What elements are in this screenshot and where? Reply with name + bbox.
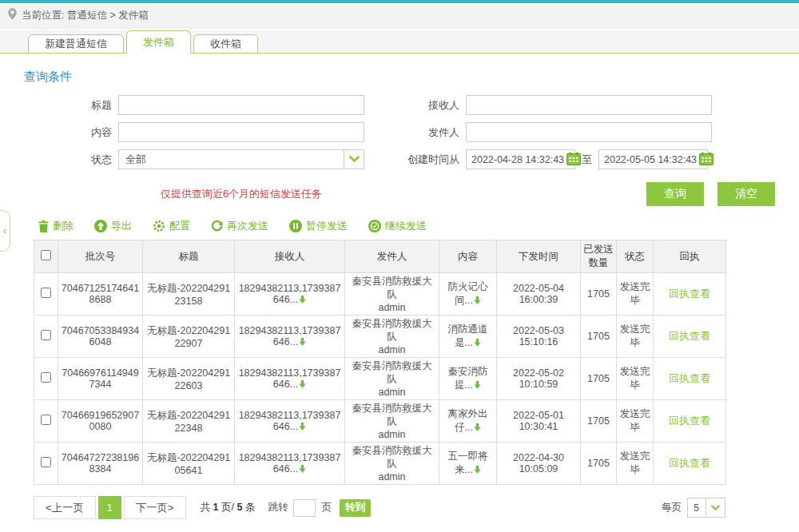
cell-receipt: 回执查看: [654, 400, 726, 443]
expand-down-icon[interactable]: [474, 423, 481, 434]
cell-sent-count: 1705: [581, 400, 617, 443]
status-label: 状态: [24, 153, 118, 167]
sender-input[interactable]: [466, 122, 712, 142]
cell-receiver: 18294382113,1739387646...: [235, 358, 345, 400]
pause-send-button[interactable]: 暂停发送: [289, 219, 348, 233]
row-checkbox[interactable]: [41, 415, 51, 425]
per-page-value: 5: [688, 502, 706, 514]
cell-content: 防火记心间...: [439, 273, 497, 316]
calendar-icon[interactable]: [699, 152, 714, 168]
per-page-select[interactable]: 5: [687, 498, 725, 518]
location-pin-icon: [8, 8, 17, 22]
cell-title: 无标题-20220429105641: [143, 443, 235, 485]
header-checkbox-cell: [34, 240, 58, 273]
row-checkbox-cell: [34, 358, 58, 400]
receipt-view-link[interactable]: 回执查看: [669, 330, 710, 342]
row-checkbox-cell: [34, 273, 58, 316]
cell-sent-count: 1705: [581, 316, 617, 358]
expand-down-icon[interactable]: [474, 380, 481, 391]
query-form: 标题 接收人 内容 发件人 状态 全部 创建时间从 2022-04-28 14:…: [24, 95, 775, 169]
jump-label: 跳转: [268, 501, 288, 514]
cell-send-time: 2022-04-30 10:05:09: [497, 443, 581, 485]
tab-new-sms[interactable]: 新建普通短信: [28, 34, 124, 54]
search-button[interactable]: 查询: [646, 182, 704, 206]
receipt-view-link[interactable]: 回执查看: [669, 415, 710, 427]
row-checkbox[interactable]: [41, 457, 51, 467]
cell-sent-count: 1705: [581, 358, 617, 400]
date-to-value: 2022-05-05 14:32:43: [604, 154, 697, 165]
trash-icon: [38, 220, 49, 232]
cell-title: 无标题-20220429122603: [143, 358, 235, 400]
per-page-control: 每页 5: [662, 498, 725, 518]
cell-content: 消防通道是...: [439, 316, 497, 358]
breadcrumb-text: 当前位置: 普通短信 > 发件箱: [22, 9, 149, 22]
continue-send-button[interactable]: 继续发送: [368, 219, 427, 233]
calendar-icon[interactable]: [566, 152, 581, 168]
resend-button[interactable]: 再次发送: [211, 219, 268, 233]
expand-down-icon[interactable]: [299, 379, 306, 391]
header-sender: 发件人: [345, 240, 439, 273]
resend-icon: [211, 220, 223, 232]
header-receipt: 回执: [654, 240, 726, 273]
current-page-button[interactable]: 1: [98, 496, 121, 519]
expand-down-icon[interactable]: [299, 464, 306, 475]
tab-outbox[interactable]: 发件箱: [126, 30, 191, 54]
cell-status: 发送完毕: [617, 443, 654, 485]
cell-sender: 秦安县消防救援大队admin: [345, 358, 439, 400]
receiver-input[interactable]: [466, 95, 712, 115]
chevron-down-icon: [344, 150, 364, 169]
cell-sender: 秦安县消防救援大队admin: [345, 316, 439, 358]
header-sent-count: 已发送数量: [581, 240, 617, 273]
cell-title: 无标题-20220429122348: [143, 400, 235, 443]
jump-page-input[interactable]: [293, 499, 316, 517]
date-to-input[interactable]: 2022-05-05 14:32:43: [598, 149, 708, 169]
title-input[interactable]: [118, 95, 364, 115]
export-button[interactable]: 导出: [94, 219, 132, 233]
row-checkbox-cell: [34, 443, 58, 485]
expand-down-icon[interactable]: [299, 337, 306, 348]
table-toolbar: 删除 导出 配置 再次发送 暂停发送 继续发送: [38, 219, 775, 233]
cell-sender: 秦安县消防救援大队admin: [345, 443, 439, 485]
configure-button[interactable]: 配置: [153, 219, 190, 233]
row-checkbox[interactable]: [41, 372, 51, 383]
tab-strip: 新建普通短信 发件箱 收件箱: [0, 28, 799, 54]
cell-batch: 704647272381968384: [58, 443, 143, 485]
expand-down-icon[interactable]: [474, 465, 481, 476]
header-receiver: 接收人: [235, 240, 345, 273]
outbox-table: 批次号 标题 接收人 发件人 内容 下发时间 已发送数量 状态 回执 70467…: [34, 240, 726, 485]
content-input[interactable]: [118, 122, 364, 142]
delete-button[interactable]: 删除: [38, 219, 74, 233]
cell-status: 发送完毕: [617, 273, 654, 316]
cell-sent-count: 1705: [581, 273, 617, 316]
receipt-view-link[interactable]: 回执查看: [669, 457, 710, 469]
date-from-value: 2022-04-28 14:32:43: [471, 154, 564, 165]
expand-down-icon[interactable]: [299, 295, 306, 306]
next-page-button[interactable]: 下一页>: [124, 496, 186, 519]
prev-page-button[interactable]: <上一页: [34, 496, 96, 519]
table-row: 704669196529070080 无标题-20220429122348 18…: [34, 400, 726, 443]
sidebar-collapse-handle[interactable]: ‹: [0, 210, 10, 252]
table-row: 704647272381968384 无标题-20220429105641 18…: [34, 443, 726, 485]
cell-content: 离家外出仔...: [439, 400, 497, 443]
chevron-down-icon: [706, 498, 725, 517]
row-checkbox[interactable]: [41, 330, 51, 340]
pagination: <上一页 1 下一页> 共 1 页/ 5 条 跳转 页 转到 每页 5: [34, 496, 725, 519]
go-to-page-button[interactable]: 转到: [340, 499, 371, 517]
page-total-text: 共 1 页/ 5 条: [201, 501, 256, 514]
status-select[interactable]: 全部: [118, 149, 364, 169]
expand-down-icon[interactable]: [474, 338, 481, 349]
receipt-view-link[interactable]: 回执查看: [669, 372, 710, 384]
date-from-input[interactable]: 2022-04-28 14:32:43: [466, 149, 575, 169]
header-send-time: 下发时间: [497, 240, 581, 273]
row-checkbox[interactable]: [41, 288, 51, 298]
expand-down-icon[interactable]: [299, 422, 306, 433]
clear-button[interactable]: 清空: [718, 182, 775, 206]
tab-inbox[interactable]: 收件箱: [193, 34, 258, 54]
cell-receiver: 18294382113,1739387646...: [235, 400, 345, 443]
expand-down-icon[interactable]: [474, 296, 481, 307]
receiver-label: 接收人: [364, 98, 466, 113]
select-all-checkbox[interactable]: [41, 250, 51, 260]
receipt-view-link[interactable]: 回执查看: [669, 288, 710, 300]
cell-batch: 704670533849346048: [58, 316, 143, 358]
header-status: 状态: [617, 240, 654, 273]
